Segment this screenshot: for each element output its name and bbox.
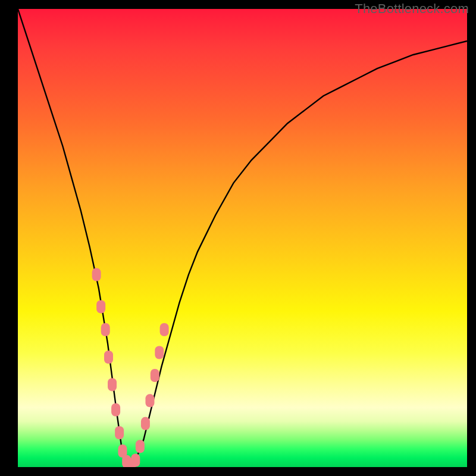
- curve-marker: [160, 323, 169, 336]
- bottleneck-curve: [18, 9, 467, 467]
- curve-marker: [155, 346, 164, 359]
- curve-marker: [141, 417, 150, 430]
- curve-marker: [111, 403, 120, 416]
- curve-marker: [96, 300, 105, 314]
- watermark-text: TheBottleneck.com: [355, 1, 469, 17]
- curve-path: [18, 9, 467, 467]
- curve-marker: [131, 453, 140, 466]
- marker-group: [92, 268, 169, 467]
- curve-marker: [92, 268, 101, 281]
- curve-marker: [115, 426, 124, 439]
- curve-marker: [108, 378, 117, 391]
- curve-marker: [104, 350, 113, 364]
- curve-marker: [101, 323, 110, 336]
- plot-area: [18, 9, 467, 467]
- curve-marker: [136, 440, 145, 453]
- curve-marker: [151, 369, 159, 382]
- curve-marker: [145, 394, 154, 407]
- curve-layer: [18, 9, 467, 467]
- chart-frame: TheBottleneck.com: [0, 0, 476, 476]
